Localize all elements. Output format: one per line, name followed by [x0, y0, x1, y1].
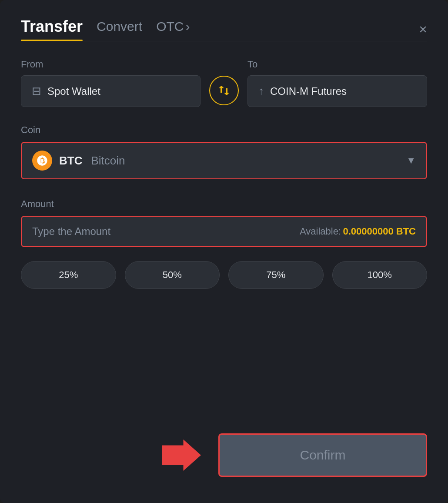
to-wallet-box[interactable]: ↑ COIN-M Futures	[247, 75, 427, 107]
swap-icon	[217, 84, 231, 97]
from-wallet-box[interactable]: ⊟ Spot Wallet	[21, 75, 201, 107]
available-display: Available: 0.00000000 BTC	[300, 226, 416, 237]
tab-transfer[interactable]: Transfer	[21, 17, 83, 41]
to-col: To ↑ COIN-M Futures	[247, 59, 427, 107]
svg-marker-0	[162, 439, 201, 471]
amount-box: Available: 0.00000000 BTC	[21, 216, 427, 247]
chevron-down-icon: ▼	[406, 155, 416, 166]
from-to-row: From ⊟ Spot Wallet To ↑ COIN-M Futures	[21, 59, 427, 107]
to-label: To	[247, 59, 427, 70]
header-tabs: Transfer Convert OTC › ×	[21, 17, 427, 41]
to-wallet-name: COIN-M Futures	[270, 85, 347, 97]
amount-section: Amount Available: 0.00000000 BTC	[21, 198, 427, 261]
pct-50-button[interactable]: 50%	[125, 261, 220, 289]
confirm-button[interactable]: Confirm	[218, 433, 427, 477]
btc-icon	[32, 151, 52, 171]
from-wallet-name: Spot Wallet	[47, 85, 100, 97]
from-col: From ⊟ Spot Wallet	[21, 59, 201, 107]
close-button[interactable]: ×	[419, 22, 427, 36]
confirm-area: Confirm	[21, 433, 427, 477]
header-divider	[21, 41, 427, 41]
coin-label: Coin	[21, 124, 427, 136]
pct-100-button[interactable]: 100%	[332, 261, 428, 289]
arrow-icon	[162, 438, 201, 473]
tab-convert[interactable]: Convert	[97, 19, 142, 39]
amount-input[interactable]	[32, 225, 224, 238]
available-amount: 0.00000000 BTC	[343, 226, 416, 237]
swap-button[interactable]	[209, 76, 239, 105]
pct-buttons-row: 25% 50% 75% 100%	[21, 261, 427, 289]
pct-75-button[interactable]: 75%	[228, 261, 324, 289]
transfer-modal: Transfer Convert OTC › × From ⊟ Spot Wal…	[0, 0, 448, 503]
pct-25-button[interactable]: 25%	[21, 261, 116, 289]
amount-label: Amount	[21, 198, 427, 210]
from-label: From	[21, 59, 201, 70]
futures-icon: ↑	[258, 84, 264, 98]
wallet-icon: ⊟	[32, 84, 41, 98]
coin-symbol: BTC	[59, 154, 82, 168]
coin-section: Coin BTC Bitcoin ▼	[21, 124, 427, 198]
coin-selector[interactable]: BTC Bitcoin ▼	[21, 142, 427, 179]
available-label: Available:	[300, 226, 341, 237]
coin-full-name: Bitcoin	[91, 154, 125, 168]
tab-otc[interactable]: OTC ›	[156, 19, 190, 39]
